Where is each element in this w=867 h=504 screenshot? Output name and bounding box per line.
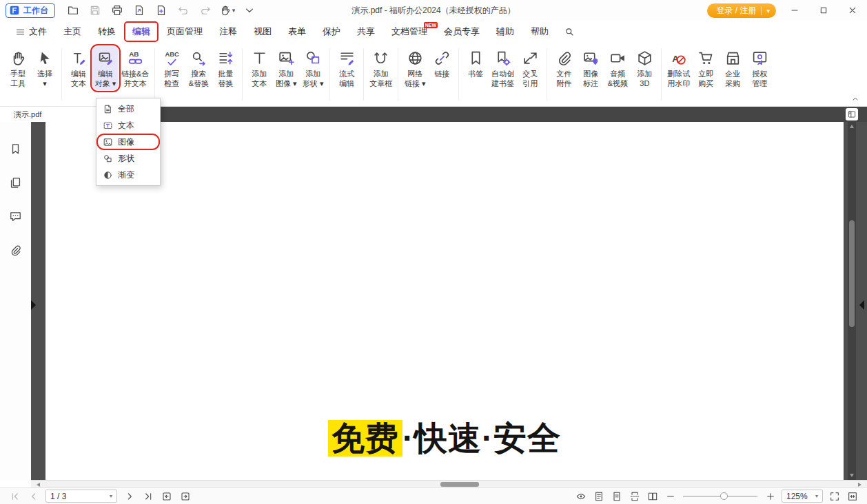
page-number-combo[interactable]: 1 / 3▾	[45, 490, 117, 503]
zoom-level-combo[interactable]: 125%▾	[782, 490, 823, 503]
image-annotation-button[interactable]: 图像标注	[578, 46, 604, 90]
svg-text:ABC: ABC	[165, 51, 179, 58]
menu-item-share[interactable]: 共享	[349, 21, 383, 42]
menu-item-protect[interactable]: 保护	[314, 21, 349, 42]
minimize-button[interactable]	[780, 0, 809, 21]
full-screen-button[interactable]	[828, 490, 841, 503]
next-page-button[interactable]	[123, 490, 136, 503]
zoom-in-button[interactable]	[764, 490, 777, 503]
export-pdf-button[interactable]	[129, 3, 149, 19]
enterprise-purchase-button[interactable]: 企业采购	[720, 46, 746, 90]
panel-expand-handle[interactable]	[859, 300, 866, 311]
panel-toggle-button[interactable]	[846, 108, 858, 120]
scroll-up-arrow[interactable]	[850, 125, 854, 128]
spell-check-button[interactable]: ABC拼写检查	[159, 46, 185, 90]
more-tools-button[interactable]	[239, 3, 259, 19]
add-text-button[interactable]: 添加文本	[246, 46, 272, 90]
vertical-scrollbar[interactable]	[848, 122, 856, 480]
edit-object-menu-item-all[interactable]: 全部	[96, 101, 160, 117]
last-page-button[interactable]	[141, 490, 154, 503]
link-merge-text-button[interactable]: AB链接&合并文本	[119, 46, 151, 90]
menu-item-annotate[interactable]: 注释	[211, 21, 245, 42]
zoom-out-button[interactable]	[664, 490, 677, 503]
zoom-slider[interactable]	[683, 492, 757, 501]
bookmark-button[interactable]: 书签	[462, 46, 489, 81]
view-mode-button[interactable]	[574, 490, 587, 503]
edit-object-menu-item-text[interactable]: 文本	[96, 117, 160, 134]
scroll-left-arrow[interactable]	[37, 483, 40, 487]
edit-object-button[interactable]: 编辑对象 ▾	[92, 46, 119, 90]
attach-icon	[9, 244, 22, 257]
zoom-slider-thumb[interactable]	[720, 492, 728, 500]
continuous-view-button[interactable]	[628, 490, 641, 503]
flow-edit-button[interactable]: 流式编辑	[334, 46, 360, 90]
pages-panel-button[interactable]	[7, 174, 25, 191]
create-pdf-button[interactable]	[151, 3, 171, 19]
prev-page-button[interactable]	[27, 490, 40, 503]
hand-tool-button[interactable]: 手型工具	[5, 46, 31, 90]
next-view-button[interactable]	[178, 490, 192, 503]
caret-down-icon: ▾	[110, 493, 112, 499]
menu-item-view[interactable]: 视图	[245, 21, 280, 42]
menu-item-file[interactable]: 文件	[7, 21, 55, 42]
auto-create-bookmark-button[interactable]: 自动创建书签	[489, 46, 516, 90]
edit-object-menu-item-shape[interactable]: 形状	[96, 150, 160, 167]
menu-item-edit[interactable]: 编辑	[124, 21, 159, 42]
license-management-button[interactable]: 授权管理	[746, 46, 773, 90]
document-tab[interactable]: 演示.pdf	[0, 107, 110, 122]
first-page-button[interactable]	[8, 490, 21, 503]
add-article-box-button[interactable]: 添加文章框	[367, 46, 394, 90]
file-attachment-button[interactable]: 文件附件	[551, 46, 577, 90]
horizontal-scrollbar[interactable]	[31, 480, 867, 487]
edit-text-icon	[70, 50, 88, 67]
save-button[interactable]	[85, 3, 105, 19]
cross-reference-button[interactable]: 交叉引用	[517, 46, 543, 90]
edit-object-menu-item-gradient[interactable]: 渐变	[96, 167, 160, 183]
bookmarks-panel-button[interactable]	[7, 140, 25, 158]
undo-button[interactable]	[173, 3, 193, 19]
scroll-down-arrow[interactable]	[850, 474, 854, 477]
remove-trial-watermark-button[interactable]: A删除试用水印	[665, 46, 692, 90]
batch-replace-button[interactable]: 批量替换	[212, 46, 238, 90]
single-page-view-button[interactable]	[610, 490, 623, 503]
menu-item-member-exclusive[interactable]: 会员专享	[436, 21, 488, 42]
menu-item-help[interactable]: 帮助	[522, 21, 557, 42]
redo-button[interactable]	[195, 3, 215, 19]
close-button[interactable]	[838, 0, 867, 21]
edit-text-button[interactable]: 编辑文本	[65, 46, 92, 90]
select-tool-button[interactable]: 选择▾	[32, 46, 58, 90]
login-button[interactable]: 登录 / 注册 ▾	[707, 3, 776, 18]
comments-panel-button[interactable]	[7, 207, 25, 225]
text-viewer-button[interactable]	[592, 490, 605, 503]
add-3d-button[interactable]: 添加3D	[631, 46, 657, 90]
edit-object-menu-item-image[interactable]: 图像	[96, 134, 160, 150]
menu-item-convert[interactable]: 转换	[90, 21, 124, 42]
add-shape-button[interactable]: 添加形状 ▾	[300, 46, 326, 90]
workspace-button[interactable]: 工作台	[6, 3, 55, 18]
hand-tool-quick-button[interactable]: ▾	[217, 3, 237, 19]
menu-item-page-management[interactable]: 页面管理	[159, 21, 211, 42]
menu-item-assist[interactable]: 辅助	[488, 21, 522, 42]
menu-item-document-management[interactable]: 文档管理NEW	[383, 21, 436, 42]
fit-page-button[interactable]	[846, 490, 859, 503]
attachments-panel-button[interactable]	[7, 241, 25, 259]
menu-item-form[interactable]: 表单	[280, 21, 314, 42]
facing-view-button[interactable]	[646, 490, 659, 503]
link-button[interactable]: 链接	[429, 46, 455, 81]
prev-view-button[interactable]	[160, 490, 173, 503]
search-replace-button[interactable]: 搜索&替换	[185, 46, 212, 90]
collapse-ribbon-button[interactable]	[850, 94, 861, 104]
menu-item-home[interactable]: 主页	[55, 21, 90, 42]
scroll-right-arrow[interactable]	[858, 483, 861, 487]
maximize-button[interactable]	[809, 0, 838, 21]
open-file-button[interactable]	[63, 3, 83, 19]
search-button[interactable]	[560, 22, 579, 41]
vertical-scrollbar-thumb[interactable]	[849, 220, 855, 327]
sidebar-expand-handle[interactable]	[31, 300, 38, 311]
add-image-button[interactable]: 添加图像 ▾	[273, 46, 299, 90]
horizontal-scrollbar-thumb[interactable]	[440, 482, 479, 487]
buy-now-button[interactable]: 立即购买	[693, 46, 719, 90]
print-button[interactable]	[107, 3, 127, 19]
audio-video-button[interactable]: 音频&视频	[604, 46, 631, 90]
web-link-button[interactable]: 网络链接 ▾	[402, 46, 428, 90]
